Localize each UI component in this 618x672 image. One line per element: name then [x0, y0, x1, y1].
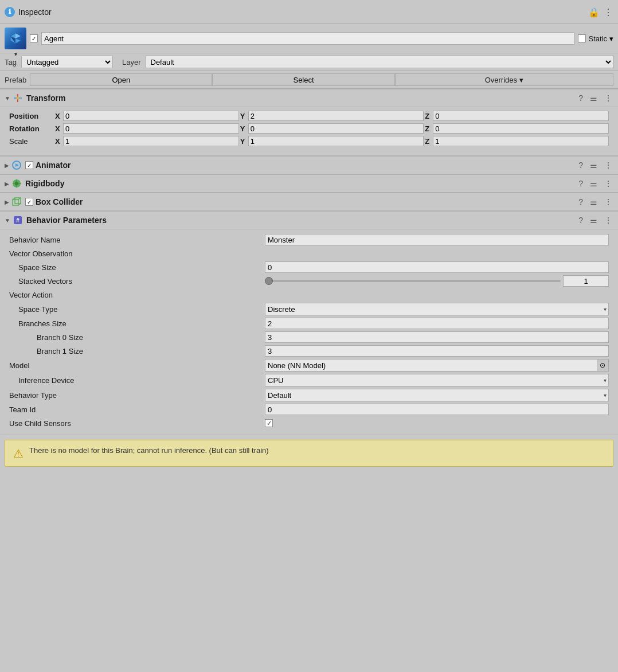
animator-toggle-icon: ▶ — [5, 162, 9, 169]
branch0-size-row: Branch 0 Size — [0, 330, 618, 344]
rotation-y-label: Y — [240, 124, 247, 133]
space-type-dropdown-wrapper: Discrete Continuous ▾ — [265, 303, 609, 315]
scale-z-input[interactable] — [433, 136, 609, 146]
rotation-x-input[interactable] — [63, 123, 239, 134]
scale-y-field: Y — [240, 136, 424, 146]
branch1-size-label: Branch 1 Size — [9, 347, 83, 355]
animator-help-button[interactable]: ? — [577, 161, 584, 170]
transform-actions: ? ⚌ ⋮ — [577, 93, 613, 103]
agent-name-input[interactable] — [41, 32, 574, 45]
animator-title: Animator — [36, 161, 577, 170]
scale-x-field: X — [55, 136, 239, 146]
svg-point-6 — [16, 97, 19, 100]
scale-y-input[interactable] — [248, 136, 424, 146]
prefab-open-button[interactable]: Open — [30, 73, 212, 86]
warning-icon: ⚠ — [13, 447, 24, 460]
animator-settings-button[interactable]: ⚌ — [589, 161, 599, 170]
agent-enabled-checkbox[interactable]: ✓ — [30, 34, 38, 42]
model-input[interactable] — [265, 361, 597, 370]
branch1-size-input[interactable] — [265, 345, 609, 357]
team-id-input[interactable] — [265, 404, 609, 415]
model-row: Model ⊙ — [0, 358, 618, 373]
branch0-size-input[interactable] — [265, 331, 609, 343]
static-row: Static ▾ — [578, 34, 613, 43]
transform-settings-button[interactable]: ⚌ — [589, 93, 599, 103]
inference-device-dropdown-wrapper: CPU GPU Default ▾ — [265, 374, 609, 386]
rotation-y-input[interactable] — [248, 123, 424, 134]
position-x-label: X — [55, 112, 62, 120]
behavior-parameters-actions: ? ⚌ ⋮ — [577, 216, 613, 225]
inference-device-label: Inference Device — [9, 376, 75, 385]
position-label: Position — [9, 112, 55, 120]
box-collider-section-header[interactable]: ▶ ✓ Box Collider ? ⚌ ⋮ — [0, 193, 618, 211]
behavior-parameters-title: Behavior Parameters — [26, 216, 577, 225]
branches-size-input[interactable] — [265, 318, 609, 329]
static-dropdown[interactable]: ▾ — [609, 34, 613, 43]
model-picker-button[interactable]: ⊙ — [597, 360, 608, 371]
static-checkbox[interactable] — [578, 34, 586, 42]
rotation-x-field: X — [55, 123, 239, 134]
tag-select[interactable]: Untagged — [21, 56, 113, 68]
scale-x-input[interactable] — [63, 136, 239, 146]
agent-row: ✓ Static ▾ — [0, 24, 618, 53]
box-collider-settings-button[interactable]: ⚌ — [589, 197, 599, 206]
use-child-sensors-checkbox-container: ✓ — [265, 419, 609, 427]
behavior-parameters-help-button[interactable]: ? — [577, 216, 584, 225]
transform-menu-button[interactable]: ⋮ — [603, 93, 613, 103]
animator-enabled-checkbox[interactable]: ✓ — [25, 161, 33, 169]
animator-menu-button[interactable]: ⋮ — [603, 161, 613, 170]
prefab-select-button[interactable]: Select — [212, 73, 394, 86]
box-collider-enabled-checkbox[interactable]: ✓ — [25, 198, 33, 206]
position-xyz-group: X Y Z — [55, 111, 609, 121]
scale-z-label: Z — [425, 137, 432, 146]
svg-marker-8 — [15, 163, 19, 167]
branch1-size-row: Branch 1 Size — [0, 344, 618, 358]
behavior-parameters-toggle-icon: ▼ — [5, 217, 10, 224]
position-x-field: X — [55, 111, 239, 121]
rotation-z-label: Z — [425, 124, 432, 133]
stacked-vectors-row: Stacked Vectors — [0, 274, 618, 288]
menu-button[interactable]: ⋮ — [603, 7, 613, 17]
rotation-z-field: Z — [425, 123, 609, 134]
box-collider-toggle-icon: ▶ — [5, 199, 9, 205]
behavior-parameters-menu-button[interactable]: ⋮ — [603, 216, 613, 225]
position-x-input[interactable] — [63, 111, 239, 121]
behavior-parameters-settings-button[interactable]: ⚌ — [589, 216, 599, 225]
static-label: Static — [588, 34, 607, 43]
stacked-vectors-slider-thumb[interactable] — [265, 277, 273, 285]
rigidbody-help-button[interactable]: ? — [577, 179, 584, 188]
rigidbody-settings-button[interactable]: ⚌ — [589, 179, 599, 188]
use-child-sensors-row: Use Child Sensors ✓ — [0, 416, 618, 430]
svg-rect-13 — [13, 200, 18, 205]
transform-section-header[interactable]: ▼ Transform ? ⚌ ⋮ — [0, 89, 618, 107]
behavior-name-input[interactable] — [265, 234, 609, 245]
team-id-row: Team Id — [0, 403, 618, 416]
behavior-parameters-section-header[interactable]: ▼ # Behavior Parameters ? ⚌ ⋮ — [0, 211, 618, 229]
vector-observation-header-row: Vector Observation — [0, 247, 618, 260]
stacked-vectors-value-input[interactable] — [563, 275, 609, 287]
prefab-overrides-button[interactable]: Overrides ▾ — [395, 73, 613, 86]
inspector-icon: ℹ — [5, 7, 15, 17]
animator-section-header[interactable]: ▶ ✓ Animator ? ⚌ ⋮ — [0, 156, 618, 174]
vector-action-header-row: Vector Action — [0, 288, 618, 302]
box-collider-help-button[interactable]: ? — [577, 197, 584, 206]
stacked-vectors-slider-container — [265, 275, 609, 287]
box-collider-menu-button[interactable]: ⋮ — [603, 197, 613, 206]
position-y-input[interactable] — [248, 111, 424, 121]
space-type-select[interactable]: Discrete Continuous — [265, 303, 609, 315]
transform-help-button[interactable]: ? — [577, 93, 584, 103]
space-type-label: Space Type — [9, 305, 57, 314]
use-child-sensors-checkbox[interactable]: ✓ — [265, 419, 273, 427]
lock-button[interactable]: 🔒 — [588, 7, 599, 17]
space-size-input[interactable] — [265, 261, 609, 273]
position-z-input[interactable] — [433, 111, 609, 121]
inference-device-select[interactable]: CPU GPU Default — [265, 374, 609, 386]
rigidbody-section-header[interactable]: ▶ Rigidbody ? ⚌ ⋮ — [0, 174, 618, 193]
behavior-type-select[interactable]: Default HeuristicOnly InferenceOnly — [265, 389, 609, 401]
rotation-z-input[interactable] — [433, 123, 609, 134]
animator-actions: ? ⚌ ⋮ — [577, 161, 613, 170]
box-collider-title: Box Collider — [36, 197, 577, 206]
rigidbody-menu-button[interactable]: ⋮ — [603, 179, 613, 188]
layer-select[interactable]: Default — [146, 56, 614, 68]
position-z-label: Z — [425, 112, 432, 120]
